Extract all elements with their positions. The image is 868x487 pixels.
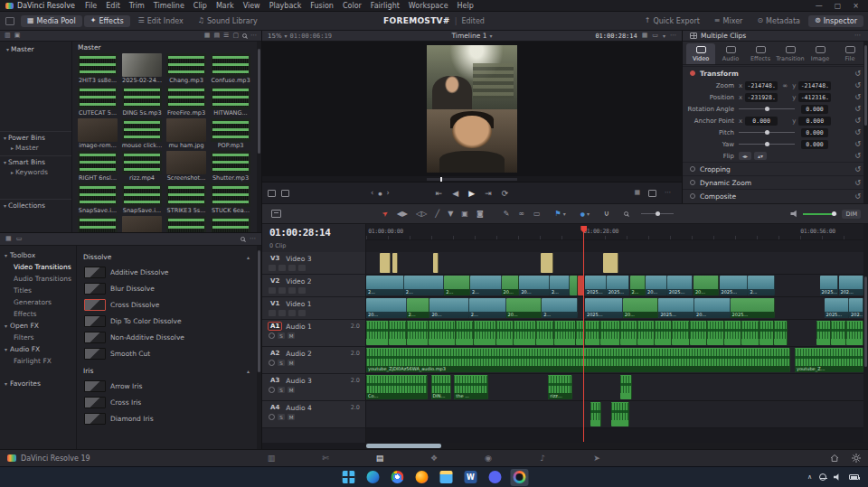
timeline-clip[interactable]: 20... [623,298,659,318]
tab-image[interactable]: Image [806,43,835,64]
timeline-hscrollbar[interactable] [366,443,868,449]
page-fairlight[interactable]: ♪ [535,452,550,464]
track-lane-v1[interactable]: 20...2...20...2...20...2...2025...20...2… [366,297,863,320]
timeline-clip[interactable] [707,321,724,345]
flip-horizontal-button[interactable]: ◂▸ [739,152,751,160]
inspector-options-icon[interactable]: ⋯ [854,33,861,39]
record-arm-icon[interactable] [269,360,275,366]
media-clip[interactable]: Chang.mp3 [165,53,208,84]
timeline-clip[interactable]: 2... [630,276,646,295]
tab-effects[interactable]: Effects [746,43,775,64]
taskbar-file-explorer[interactable] [438,469,456,486]
auto-select-icon[interactable] [288,310,296,316]
position-lock-button[interactable]: ▭ [533,210,541,219]
replace-clip-button[interactable]: ◙ [476,210,484,219]
scrollbar-thumb[interactable] [258,49,260,154]
param-slider[interactable] [739,144,795,145]
timeline-clip[interactable] [603,253,618,273]
insert-clip-button[interactable]: ▼ [448,210,453,219]
timeline-snapshot-icon[interactable] [271,210,281,218]
mute-button[interactable]: M [288,414,295,420]
media-clip[interactable]: Screenshot... [165,151,208,182]
next-clip-icon[interactable]: › [387,189,390,197]
section-cropping[interactable]: Cropping↺ [683,162,868,175]
media-clip[interactable]: 2HIT3 ss8e... [76,53,119,84]
timeline-clip[interactable] [816,321,832,345]
timeline-clip[interactable] [760,321,775,345]
track-lane-v3[interactable] [366,252,863,275]
media-clip[interactable]: HITWANG... [209,86,252,117]
track-select-v2[interactable]: V2 [268,276,282,286]
track-header-v2[interactable]: V2Video 2 [262,275,366,297]
y-value-field[interactable]: -412316. [798,93,831,102]
jump-to-start-button[interactable]: ⇤ [436,189,443,198]
filmstrip-view-icon[interactable]: ▤ [213,33,220,39]
timeline-ruler[interactable]: 01:00:00:0001:00:28:0001:00:56:00 [366,224,863,240]
tab-video[interactable]: Video [686,43,715,64]
taskbar-davinci-resolve[interactable] [511,469,529,486]
media-clip[interactable]: rizz.mp4 [120,151,164,182]
auto-select-icon[interactable] [288,265,296,271]
bin-keywords[interactable]: ▸Keywords [0,167,71,177]
x-value-field[interactable]: -231928. [745,93,778,102]
effects-view-icon[interactable]: ▦ [5,236,12,242]
scrub-position-tick[interactable] [440,177,442,182]
timeline-zoom-icon[interactable] [624,211,628,216]
value-field[interactable]: 0.000 [801,105,828,114]
track-lane-a2[interactable]: youtube_ZjDl0Az56WA_audio.mp3youtube_Z..… [366,347,863,374]
import-folder-icon[interactable]: ▣ [14,33,21,39]
timeline-clip[interactable]: 2... [470,276,502,295]
taskbar-start[interactable] [340,469,358,486]
media-clip[interactable]: STRIKE3 5s... [165,183,208,214]
track-select-a2[interactable]: A2 [268,349,282,358]
enable-toggle-icon[interactable] [690,180,695,185]
lock-icon[interactable] [278,287,286,294]
slider-knob[interactable] [765,130,769,135]
timeline-clip[interactable]: 20... [506,298,542,318]
timeline-clip[interactable]: 202... [849,298,863,318]
overwrite-clip-button[interactable]: ▣ [461,210,468,219]
enable-icon[interactable] [269,287,276,294]
timeline-clip[interactable] [514,321,536,345]
reset-icon[interactable]: ↺ [854,117,861,125]
track-lane-a1[interactable] [366,320,863,347]
track-select-a4[interactable]: A4 [268,403,282,412]
timeline-clip[interactable] [554,321,576,345]
menu-clip[interactable]: Clip [189,0,212,11]
timeline-clip[interactable]: 20... [646,276,667,295]
timeline-clip[interactable] [366,321,389,345]
timeline-clip[interactable] [541,253,553,273]
section-power-bins[interactable]: ▾Power Bins [0,133,71,143]
timeline-clip[interactable]: 2025... [825,298,850,318]
reset-icon[interactable]: ↺ [854,140,861,148]
menu-fusion[interactable]: Fusion [306,0,338,11]
category-filters[interactable]: Filters [0,332,76,343]
media-clip[interactable]: DING 5s.mp3 [120,86,164,117]
enable-icon[interactable] [269,265,276,271]
timeline-clip[interactable] [600,321,620,345]
timeline-clip[interactable] [846,321,863,345]
enable-toggle-icon[interactable] [690,166,695,172]
media-clip[interactable]: CUTECAT 5... [76,86,119,117]
solo-button[interactable]: S [278,332,285,339]
track-select-a3[interactable]: A3 [268,376,282,385]
reset-icon[interactable]: ↺ [854,105,861,113]
record-arm-icon[interactable] [269,332,275,339]
taskbar-edge[interactable] [364,469,382,486]
taskbar-word[interactable]: W [462,469,480,486]
page-media[interactable]: ▥ [264,452,278,464]
timeline-clip[interactable]: 2025... [820,276,839,295]
match-frame-icon[interactable] [648,190,656,197]
timeline-clip[interactable] [741,321,759,345]
fx-item-smooth-cut[interactable]: Smooth Cut [77,345,257,361]
slider-knob[interactable] [656,211,660,216]
timeline-clip[interactable]: 202... [839,276,864,295]
network-icon[interactable] [819,473,826,481]
scrollbar-thumb[interactable] [258,250,260,372]
view-options-icon[interactable]: ▭ [652,33,658,39]
tile-icon[interactable] [298,310,306,316]
tab-file[interactable]: File [835,43,864,64]
timeline-mode-icon[interactable] [281,190,289,197]
jump-to-end-button[interactable]: ⇥ [485,189,492,198]
search-icon[interactable] [241,237,245,241]
